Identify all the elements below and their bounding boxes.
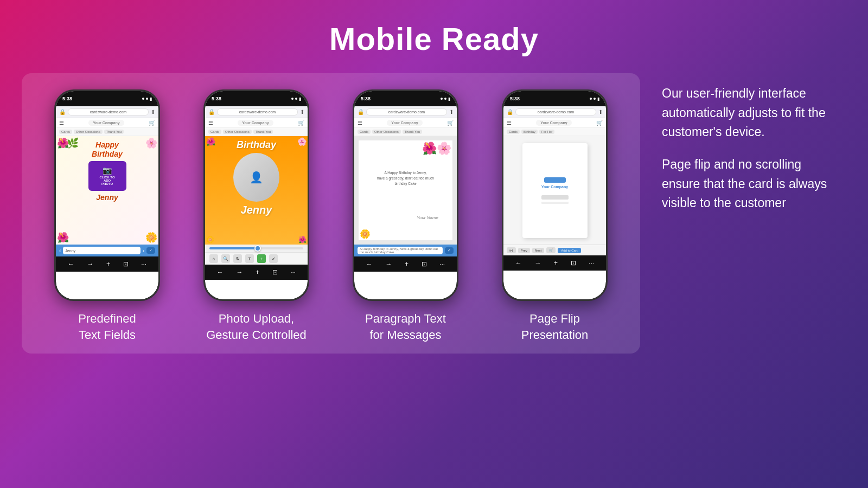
text-input-1[interactable]: Jenny <box>63 247 140 254</box>
bottom-bar-1: ‹ Jenny › ✓ <box>56 245 158 256</box>
tool-text-2[interactable]: T <box>245 254 254 263</box>
msg-bar-3: A Happy Birthday to Jenny, have a great … <box>354 245 457 256</box>
bc-birthday-4[interactable]: Birthday <box>521 130 538 134</box>
share-icon-1[interactable]: ⬆ <box>151 109 155 115</box>
url-bar-4[interactable]: cardzware-demo.com <box>515 108 596 115</box>
hamburger-icon-4[interactable]: ☰ <box>507 120 512 126</box>
bc-thankyou-2[interactable]: Thank You <box>253 130 273 134</box>
card-photo-box-1[interactable]: 📷 CLICK TOADDPHOTO <box>88 161 126 191</box>
phone-status-bar-3: 5:38 ▮ <box>354 91 457 106</box>
phone-time-4: 5:38 <box>510 96 520 101</box>
card-birthday: Birthday <box>56 150 158 159</box>
bc-occasions-2[interactable]: Other Occasions <box>223 130 252 134</box>
cart-icon-2[interactable]: 🛒 <box>298 120 304 126</box>
logo-bar-4 <box>544 177 566 183</box>
photo-circle-2[interactable]: 👤 <box>233 153 279 202</box>
tool-zoom-2[interactable]: 🔍 <box>221 254 230 263</box>
page-title: Mobile Ready <box>0 0 868 73</box>
cart-icon-4[interactable]: 🛒 <box>596 120 603 126</box>
cart-icon-3[interactable]: 🛒 <box>447 120 454 126</box>
fwd-btn-3[interactable]: → <box>385 260 392 268</box>
bottom-nav-4: ← → + ⊡ ··· <box>503 255 606 271</box>
cart-icon-1[interactable]: 🛒 <box>149 120 155 126</box>
hamburger-icon-2[interactable]: ☰ <box>208 120 213 126</box>
window-btn-1[interactable]: ⊡ <box>123 260 129 268</box>
share-icon-2[interactable]: ⬆ <box>300 109 304 115</box>
window-btn-4[interactable]: ⊡ <box>571 259 576 267</box>
phone-group-4: 5:38 ▮ 🔒 cardzware-demo.com ⬆ ☰ <box>486 89 624 343</box>
card-display-2: 🌺 🌸 🌼 🌺 Birthday 👤 Jenny <box>205 136 308 245</box>
bc-cards-4[interactable]: Cards <box>507 130 520 134</box>
back-btn-4[interactable]: ← <box>515 259 522 267</box>
next-arrow-1[interactable]: › <box>143 248 144 254</box>
confirm-btn-1[interactable]: ✓ <box>146 247 155 254</box>
tool-home-2[interactable]: ⌂ <box>209 254 218 263</box>
phone-screen-4: 5:38 ▮ 🔒 cardzware-demo.com ⬆ ☰ <box>503 91 606 299</box>
slider-thumb-2[interactable] <box>254 245 261 252</box>
browser-bar-1: 🔒 cardzware-demo.com ⬆ <box>56 106 158 118</box>
message-card-inner-3: 🌺🌸 🌼 A Happy Birthday to Jenny, have a g… <box>359 140 452 240</box>
logo-text-4: Your Company <box>541 185 568 189</box>
window-btn-2[interactable]: ⊡ <box>272 268 278 276</box>
card-name-2: Jenny <box>205 204 308 216</box>
flip-icon-4[interactable]: ⊳| <box>507 247 516 253</box>
breadcrumb-occasions-1[interactable]: Other Occasions <box>74 130 103 134</box>
fwd-btn-2[interactable]: → <box>236 268 242 276</box>
phone-screen-1: 5:38 ▮ 🔒 cardzware-demo.com ⬆ <box>56 91 158 299</box>
bc-occasions-3[interactable]: Other Occasions <box>372 130 401 134</box>
bc-forher-4[interactable]: For Her <box>539 130 554 134</box>
msg-input-3[interactable]: A Happy Birthday to Jenny, have a great … <box>358 247 443 254</box>
fwd-btn-4[interactable]: → <box>534 259 541 267</box>
back-btn-3[interactable]: ← <box>366 260 373 268</box>
breadcrumb-thankyou-1[interactable]: Thank You <box>104 130 124 134</box>
signal-dot-3 <box>441 98 443 100</box>
back-btn-1[interactable]: ← <box>68 260 74 268</box>
window-btn-3[interactable]: ⊡ <box>422 260 427 268</box>
bc-cards-2[interactable]: Cards <box>208 130 221 134</box>
message-text-3: A Happy Birthday to Jenny, have a great … <box>368 170 443 186</box>
tool-rotate-2[interactable]: ↻ <box>233 254 242 263</box>
phone-label-3: Paragraph Textfor Messages <box>365 311 446 343</box>
back-btn-2[interactable]: ← <box>217 268 224 276</box>
floral-2-tr: 🌸 <box>297 137 307 146</box>
next-btn-4[interactable]: Next <box>532 248 544 253</box>
breadcrumb-3: Cards Other Occasions Thank You <box>354 128 457 136</box>
add-btn-3[interactable]: + <box>405 260 409 268</box>
url-bar-2[interactable]: cardzware-demo.com <box>217 108 298 115</box>
phone-mockup-3: 5:38 ▮ 🔒 cardzware-demo.com ⬆ ☰ <box>353 89 458 301</box>
prev-btn-4[interactable]: Prev <box>518 248 530 253</box>
tool-check-2[interactable]: ✓ <box>269 254 278 263</box>
more-btn-3[interactable]: ··· <box>439 260 445 268</box>
cart-icon-sm-4[interactable]: 🛒 <box>546 247 556 253</box>
card-display-4: Your Company <box>503 136 606 245</box>
url-bar-3[interactable]: cardzware-demo.com <box>366 108 447 115</box>
breadcrumb-cards-1[interactable]: Cards <box>59 130 72 134</box>
tool-add-2[interactable]: + <box>257 254 266 263</box>
wifi-dot-4 <box>593 98 596 100</box>
more-btn-2[interactable]: ··· <box>290 268 296 276</box>
add-btn-2[interactable]: + <box>256 268 259 276</box>
add-btn-4[interactable]: + <box>554 259 558 267</box>
card-white-4: Your Company <box>522 143 588 238</box>
more-btn-1[interactable]: ··· <box>141 260 146 268</box>
breadcrumb-4: Cards Birthday For Her <box>503 128 606 136</box>
bc-thankyou-3[interactable]: Thank You <box>403 130 422 134</box>
card-display-1: 🌺 🌿 🌸 🌺 🌼 Happy Birthday 📷 C <box>56 136 158 245</box>
hamburger-icon-1[interactable]: ☰ <box>59 120 64 126</box>
slider-track-2[interactable] <box>209 247 303 249</box>
msg-preview-3: A Happy Birthday to Jenny, have a great … <box>360 247 441 254</box>
add-btn-1[interactable]: + <box>106 260 110 268</box>
add-to-cart-btn-4[interactable]: Add to Cart <box>558 248 580 253</box>
url-bar-1[interactable]: cardzware-demo.com <box>68 108 149 115</box>
logo-4: Your Company <box>536 120 571 126</box>
fwd-btn-1[interactable]: → <box>87 260 93 268</box>
prev-arrow-1[interactable]: ‹ <box>59 248 61 254</box>
share-icon-4[interactable]: ⬆ <box>598 109 603 115</box>
share-icon-3[interactable]: ⬆ <box>449 109 454 115</box>
hamburger-icon-3[interactable]: ☰ <box>358 120 362 126</box>
more-btn-4[interactable]: ··· <box>589 259 594 267</box>
msg-confirm-3[interactable]: ✓ <box>445 247 454 254</box>
page-nav-bar-4: ⊳| Prev Next 🛒 Add to Cart <box>503 245 606 255</box>
bc-cards-3[interactable]: Cards <box>358 130 371 134</box>
logo-3: Your Company <box>387 120 422 126</box>
